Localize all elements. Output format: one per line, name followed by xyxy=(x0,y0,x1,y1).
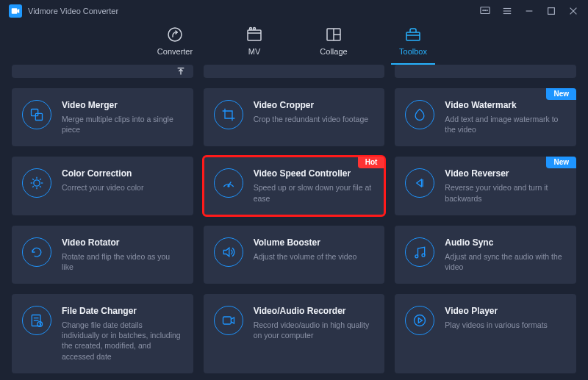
svg-rect-45 xyxy=(223,317,231,324)
tab-label: Collage xyxy=(320,47,347,56)
card-stub[interactable] xyxy=(395,65,576,78)
svg-line-44 xyxy=(40,324,41,325)
toolbox-icon xyxy=(404,26,422,43)
card-title: Volume Booster xyxy=(254,237,373,248)
svg-rect-24 xyxy=(35,113,42,120)
badge-new: New xyxy=(546,157,576,168)
card-stub[interactable] xyxy=(204,65,385,78)
card-title: File Date Changer xyxy=(62,306,182,316)
card-desc: Record video/audio in high quality on yo… xyxy=(254,320,373,340)
card-desc: Reverse your video and turn it backwards xyxy=(445,182,564,203)
card-desc: Adjust the volume of the video xyxy=(254,251,373,262)
card-video-audio-recorder[interactable]: Video/Audio RecorderRecord video/audio i… xyxy=(204,294,385,373)
svg-point-37 xyxy=(415,255,418,258)
card-title: Video Player xyxy=(445,306,564,316)
window-controls xyxy=(479,5,579,17)
app-logo-icon xyxy=(9,4,22,18)
sync-icon xyxy=(405,237,434,267)
svg-point-25 xyxy=(34,180,40,186)
volume-icon xyxy=(214,237,243,267)
card-title: Video/Audio Recorder xyxy=(254,306,373,316)
mv-icon xyxy=(245,26,263,43)
menu-icon[interactable] xyxy=(501,5,513,17)
card-desc: Speed up or slow down your file at ease xyxy=(254,182,373,203)
speed-icon xyxy=(214,168,243,198)
tab-toolbox[interactable]: Toolbox xyxy=(391,26,435,65)
svg-line-32 xyxy=(32,187,34,188)
card-stub[interactable] xyxy=(12,65,193,78)
tab-collage[interactable]: Collage xyxy=(312,26,356,65)
card-title: Video Watermark xyxy=(445,100,564,110)
svg-rect-23 xyxy=(32,110,38,116)
merger-icon xyxy=(22,100,51,129)
card-desc: Play videos in various formats xyxy=(445,320,564,330)
card-video-watermark[interactable]: New Video WatermarkAdd text and image wa… xyxy=(395,88,576,146)
card-desc: Rotate and flip the video as you like xyxy=(62,251,182,272)
recorder-icon xyxy=(214,306,243,335)
converter-icon xyxy=(166,26,184,43)
card-title: Video Speed Controller xyxy=(254,168,373,179)
tab-label: Toolbox xyxy=(399,47,427,56)
svg-line-33 xyxy=(40,179,41,181)
card-video-merger[interactable]: Video MergerMerge multiple clips into a … xyxy=(12,88,193,146)
player-icon xyxy=(405,306,434,335)
close-button[interactable] xyxy=(567,5,579,17)
watermark-icon xyxy=(405,100,434,129)
card-desc: Crop the redundant video footage xyxy=(254,114,373,124)
color-icon xyxy=(22,168,51,198)
tab-label: MV xyxy=(248,47,261,56)
card-title: Video Reverser xyxy=(445,168,564,179)
filedate-icon xyxy=(22,306,51,335)
card-title: Video Rotator xyxy=(62,237,182,248)
svg-point-4 xyxy=(487,10,487,11)
card-title: Audio Sync xyxy=(445,237,564,248)
svg-point-38 xyxy=(422,254,425,257)
card-title: Color Correction xyxy=(62,168,182,179)
svg-point-14 xyxy=(250,28,252,30)
tab-mv[interactable]: MV xyxy=(232,26,276,65)
card-color-correction[interactable]: Color CorrectionCorrect your video color xyxy=(12,157,193,215)
svg-rect-0 xyxy=(12,8,18,14)
card-file-date-changer[interactable]: File Date ChangerChange file date detail… xyxy=(12,294,193,373)
svg-point-15 xyxy=(254,28,256,30)
svg-point-2 xyxy=(483,10,484,11)
main-tabs: Converter MV Collage Toolbox xyxy=(0,22,588,65)
svg-point-3 xyxy=(484,10,485,11)
maximize-button[interactable] xyxy=(545,5,557,17)
card-desc: Correct your video color xyxy=(62,182,182,193)
tab-label: Converter xyxy=(157,47,193,56)
card-video-cropper[interactable]: Video CropperCrop the redundant video fo… xyxy=(204,88,385,146)
svg-rect-9 xyxy=(548,8,555,15)
titlebar: Vidmore Video Converter xyxy=(0,0,588,22)
svg-point-46 xyxy=(415,315,426,326)
card-video-reverser[interactable]: New Video ReverserReverse your video and… xyxy=(395,157,576,215)
card-desc: Adjust and sync the audio with the video xyxy=(445,251,564,272)
card-title: Video Cropper xyxy=(254,100,373,110)
svg-rect-19 xyxy=(406,32,420,40)
svg-rect-13 xyxy=(248,30,261,40)
rotator-icon xyxy=(22,237,51,267)
collage-icon xyxy=(325,26,343,43)
card-title: Video Merger xyxy=(62,100,182,110)
feedback-icon[interactable] xyxy=(479,5,491,17)
toolbox-content: Video MergerMerge multiple clips into a … xyxy=(0,65,588,380)
card-video-player[interactable]: Video PlayerPlay videos in various forma… xyxy=(395,294,576,373)
minimize-button[interactable] xyxy=(523,5,535,17)
card-audio-sync[interactable]: Audio SyncAdjust and sync the audio with… xyxy=(395,226,576,284)
card-video-rotator[interactable]: Video RotatorRotate and flip the video a… xyxy=(12,226,193,284)
badge-new: New xyxy=(546,88,576,100)
tab-converter[interactable]: Converter xyxy=(153,26,197,65)
card-video-speed-controller[interactable]: Hot Video Speed ControllerSpeed up or sl… xyxy=(204,157,385,215)
cropper-icon xyxy=(214,100,243,129)
badge-hot: Hot xyxy=(358,157,385,168)
svg-line-30 xyxy=(32,179,34,181)
svg-point-35 xyxy=(228,186,229,187)
svg-line-31 xyxy=(40,187,41,188)
reverser-icon xyxy=(405,168,434,198)
collapse-up-icon xyxy=(176,66,186,79)
svg-point-12 xyxy=(168,28,182,41)
card-volume-booster[interactable]: Volume BoosterAdjust the volume of the v… xyxy=(204,226,385,284)
card-desc: Change file date details individually or… xyxy=(62,320,182,362)
app-title: Vidmore Video Converter xyxy=(28,7,479,15)
card-desc: Merge multiple clips into a single piece xyxy=(62,114,182,135)
